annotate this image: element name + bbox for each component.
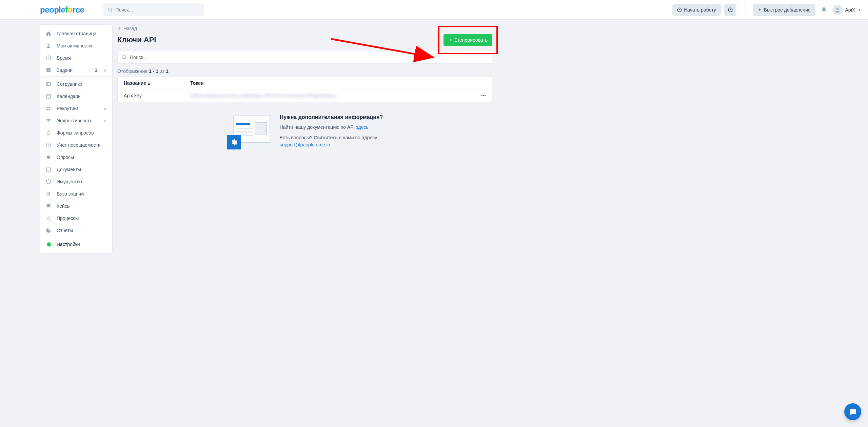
sidebar-item-label: Документы [57, 167, 81, 172]
tasks-badge: 1 [95, 67, 97, 73]
info-illustration [227, 114, 271, 151]
sidebar-item-label: Учет посещаемости [57, 142, 101, 148]
logo[interactable]: peopleforce [40, 5, 84, 15]
global-search[interactable] [103, 3, 204, 16]
cell-token: x3Dmc7QHptuwTCkJLx24MJKQLn7RTVFC34YvCazS… [190, 93, 472, 98]
sidebar-item-processes[interactable]: Процессы [40, 212, 112, 224]
box-icon [46, 179, 52, 184]
sidebar-item-employees[interactable]: Сотрудники [40, 78, 112, 90]
sidebar-item-label: Формы запросов [57, 130, 94, 136]
calendar-icon [46, 94, 52, 99]
document-icon [46, 167, 52, 172]
sidebar-item-surveys[interactable]: Опросы [40, 151, 112, 163]
doc-link[interactable]: здесь [356, 124, 368, 130]
sidebar-item-label: Имущество [57, 179, 82, 184]
svg-line-28 [47, 219, 50, 220]
user-menu[interactable]: ApiX ▼ [832, 5, 861, 15]
support-email-link[interactable]: support@peopleforce.io [280, 142, 330, 147]
sidebar-item-label: Главная страница [57, 31, 97, 36]
chevron-right-icon: ▶ [104, 68, 107, 73]
quick-add-label: Быстрое добавление [764, 7, 811, 13]
sidebar-item-cases[interactable]: Кейсы [40, 200, 112, 212]
svg-point-7 [47, 44, 49, 45]
svg-rect-9 [46, 68, 51, 72]
row-actions-button[interactable]: ••• [472, 93, 486, 98]
clock-icon [46, 142, 52, 148]
sidebar-item-label: Кейсы [57, 203, 71, 209]
sidebar-item-tasks[interactable]: Задачи 1 ▶ [40, 64, 112, 76]
svg-point-33 [123, 56, 126, 59]
share-icon [46, 216, 52, 221]
pie-chart-icon [46, 228, 52, 233]
generate-label: Сгенерировать [454, 37, 488, 43]
start-work-label: Начать работу [684, 7, 716, 13]
check-square-icon [46, 67, 52, 73]
sidebar-item-label: Опросы [57, 155, 74, 160]
sidebar-item-time[interactable]: Время [40, 52, 112, 64]
page-search-input[interactable] [130, 55, 488, 60]
gear-icon [227, 135, 241, 149]
top-header: peopleforce Начать работу Быстрое добавл… [0, 0, 868, 20]
plus-icon [448, 38, 452, 42]
column-header-name[interactable]: Название▲ [124, 80, 190, 86]
sidebar-item-activities[interactable]: Мои активности [40, 40, 112, 52]
sidebar-item-label: Время [57, 55, 71, 61]
svg-point-16 [47, 107, 48, 108]
search-icon [122, 55, 127, 60]
sidebar-item-attendance[interactable]: Учет посещаемости [40, 139, 112, 151]
chevron-down-icon: ▼ [858, 8, 861, 12]
sidebar: Главная страница Мои активности Время За… [40, 24, 113, 253]
divider [745, 4, 745, 16]
quick-add-button[interactable]: Быстрое добавление [753, 4, 815, 16]
chevron-right-icon: ▶ [104, 106, 107, 111]
sidebar-item-request-forms[interactable]: Формы запросов [40, 127, 112, 139]
chevron-left-icon [117, 26, 121, 30]
results-tally: Отображение 1 - 1 из 1 [117, 68, 492, 74]
global-search-input[interactable] [116, 7, 200, 13]
id-card-icon [46, 81, 52, 87]
table-row: Apix key x3Dmc7QHptuwTCkJLx24MJKQLn7RTVF… [118, 89, 492, 102]
cell-name: Apix key [124, 93, 190, 98]
clock-icon [46, 55, 52, 61]
sidebar-item-recruiting[interactable]: Рекрутинг ▶ [40, 102, 112, 115]
column-header-token[interactable]: Токен [190, 80, 472, 86]
svg-line-34 [125, 58, 126, 59]
sidebar-item-label: Рекрутинг [57, 106, 78, 111]
svg-point-11 [47, 83, 48, 84]
sidebar-item-assets[interactable]: Имущество [40, 176, 112, 188]
history-button[interactable] [724, 4, 736, 16]
gear-icon [46, 242, 52, 247]
sidebar-item-reports[interactable]: Отчеты [40, 224, 112, 237]
svg-rect-10 [46, 82, 51, 85]
sidebar-item-settings[interactable]: Настройки [40, 238, 112, 250]
generate-button[interactable]: Сгенерировать [443, 34, 492, 46]
svg-rect-12 [46, 95, 51, 98]
sidebar-item-performance[interactable]: Эффективность ▶ [40, 115, 112, 127]
sidebar-item-knowledge[interactable]: База знаний [40, 188, 112, 200]
svg-line-1 [111, 11, 112, 12]
back-link[interactable]: Назад [117, 24, 137, 33]
history-icon [728, 7, 733, 13]
sidebar-item-documents[interactable]: Документы [40, 163, 112, 176]
notifications-button[interactable] [819, 5, 829, 15]
avatar [832, 5, 843, 15]
svg-point-17 [49, 107, 50, 108]
trophy-icon [46, 118, 52, 123]
page-title: Ключи API [117, 36, 156, 44]
table-header: Название▲ Токен [118, 77, 492, 89]
sidebar-item-label: Сотрудники [57, 81, 82, 87]
library-icon [46, 191, 52, 197]
page-search[interactable] [117, 51, 492, 64]
start-work-button[interactable]: Начать работу [672, 4, 721, 16]
info-heading: Нужна дополнительная информация? [280, 114, 383, 120]
svg-line-27 [47, 217, 50, 218]
sidebar-item-label: Мои активности [57, 43, 92, 48]
people-icon [46, 106, 52, 111]
sidebar-item-label: Настройки [57, 242, 80, 247]
sidebar-item-home[interactable]: Главная страница [40, 27, 112, 40]
sidebar-item-calendar[interactable]: Календарь [40, 90, 112, 102]
clipboard-icon [46, 130, 52, 136]
info-doc-line: Найти нашу документацию по API здесь [280, 124, 383, 131]
svg-rect-18 [47, 131, 50, 135]
main-content: Назад Ключи API Сгенерировать [113, 20, 492, 253]
